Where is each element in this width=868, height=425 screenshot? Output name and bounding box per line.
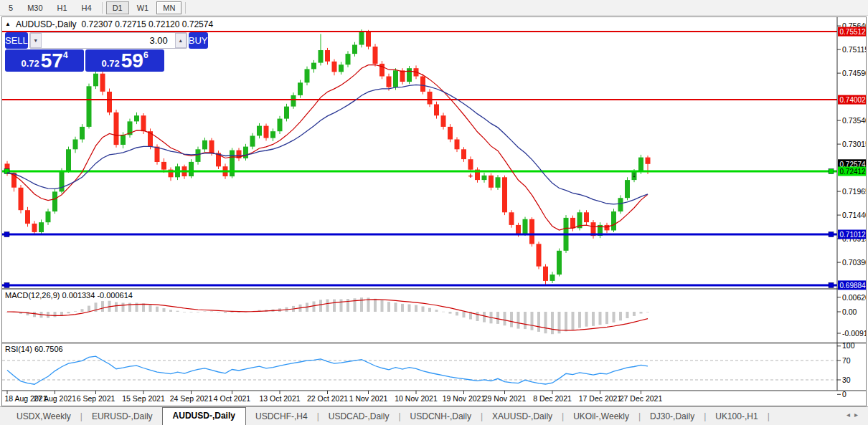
symbol-label: AUDUSD-,Daily: [16, 19, 77, 29]
chart-canvas[interactable]: ↓+0.756400.751150.745900.735400.730150.7…: [2, 17, 866, 406]
svg-text:0.006201: 0.006201: [842, 293, 866, 302]
tab-uk100-h1[interactable]: UK100-,H1: [706, 409, 767, 425]
buy-price-sup: 6: [143, 50, 148, 60]
chart-window: ↓+0.756400.751150.745900.735400.730150.7…: [1, 16, 867, 406]
svg-text:4 Oct 2021: 4 Oct 2021: [214, 394, 251, 403]
tab-scroll-arrows[interactable]: ◂▸: [846, 411, 862, 419]
tab-scroll-left-icon[interactable]: ◂: [846, 411, 854, 419]
tab-audusd-daily[interactable]: AUDUSD-,Daily: [162, 407, 246, 425]
svg-text:27 Aug 2021: 27 Aug 2021: [34, 394, 76, 403]
tab-scroll-right-icon[interactable]: ▸: [854, 411, 862, 419]
toolbar-separator: [185, 2, 186, 14]
svg-text:10 Nov 2021: 10 Nov 2021: [395, 394, 438, 403]
buy-price-prefix: 0.72: [101, 58, 119, 69]
one-click-trade-panel: SELL ▼ ▲ BUY 0.72 57 4 0.72 59 6: [5, 32, 164, 72]
tab-usdcnh-daily[interactable]: USDCNH-,Daily: [401, 409, 481, 425]
svg-text:0: 0: [842, 390, 846, 398]
svg-text:22 Oct 2021: 22 Oct 2021: [307, 394, 348, 403]
tab-usdchf-h4[interactable]: USDCHF-,H4: [246, 409, 317, 425]
buy-price-tile[interactable]: 0.72 59 6: [85, 49, 164, 72]
sell-price-prefix: 0.72: [21, 58, 39, 69]
svg-text:↓: ↓: [632, 170, 636, 178]
svg-text:0.74002: 0.74002: [840, 96, 867, 104]
toolbar-separator: [102, 2, 103, 14]
symbol-tab-bar: USDX,Weekly| EURUSD-,Daily AUDUSD-,Daily…: [0, 406, 868, 425]
svg-text:24 Sep 2021: 24 Sep 2021: [170, 394, 213, 403]
timeframe-button-m5[interactable]: 5: [2, 1, 19, 14]
svg-text:0.70390: 0.70390: [842, 258, 866, 267]
buy-button[interactable]: BUY: [189, 32, 208, 49]
svg-text:27 Dec 2021: 27 Dec 2021: [620, 394, 663, 403]
svg-text:0.74590: 0.74590: [842, 69, 866, 77]
svg-text:0.75115: 0.75115: [842, 45, 866, 54]
sell-price-tile[interactable]: 0.72 57 4: [5, 49, 84, 72]
tab-ukoil-weekly[interactable]: UKOil-,Weekly: [564, 409, 638, 425]
sell-price-sup: 4: [63, 50, 68, 60]
tab-eurusd-daily[interactable]: EURUSD-,Daily: [82, 409, 162, 425]
svg-text:RSI(14) 60.7506: RSI(14) 60.7506: [5, 345, 63, 353]
svg-text:-0.009197: -0.009197: [842, 329, 866, 338]
tab-separator: |: [768, 411, 770, 425]
svg-text:30: 30: [842, 376, 851, 384]
timeframe-button-w1[interactable]: W1: [131, 1, 156, 14]
collapse-icon[interactable]: ▲: [5, 21, 11, 27]
svg-text:6 Sep 2021: 6 Sep 2021: [77, 394, 115, 403]
volume-stepper: ▼ ▲: [29, 32, 187, 49]
svg-text:0.69884: 0.69884: [840, 282, 867, 290]
svg-text:0.71965: 0.71965: [842, 187, 866, 196]
volume-down-icon[interactable]: ▼: [30, 33, 42, 48]
svg-text:8 Dec 2021: 8 Dec 2021: [533, 394, 572, 403]
timeframe-toolbar: 5 M30 H1 H4 D1 W1 MN: [0, 0, 868, 16]
svg-text:0.00: 0.00: [842, 307, 857, 316]
svg-text:MACD(12,26,9) 0.001334 -0.0006: MACD(12,26,9) 0.001334 -0.000614: [5, 291, 133, 300]
timeframe-button-h4[interactable]: H4: [75, 1, 98, 14]
svg-text:15 Sep 2021: 15 Sep 2021: [122, 394, 165, 403]
svg-text:100: 100: [842, 341, 855, 350]
svg-text:0.73540: 0.73540: [842, 116, 866, 125]
svg-text:17 Dec 2021: 17 Dec 2021: [579, 394, 622, 403]
svg-text:70: 70: [842, 356, 851, 365]
volume-input[interactable]: [42, 33, 175, 48]
svg-text:0.75512: 0.75512: [840, 28, 867, 36]
svg-text:0.72412: 0.72412: [840, 168, 867, 176]
tab-dj30-daily[interactable]: DJ30-,Daily: [641, 409, 704, 425]
sell-price-main: 57: [41, 52, 63, 70]
sell-button[interactable]: SELL: [5, 32, 28, 49]
timeframe-button-m30[interactable]: M30: [21, 1, 49, 14]
svg-text:0.71012: 0.71012: [840, 231, 867, 239]
svg-text:29 Nov 2021: 29 Nov 2021: [483, 394, 527, 403]
svg-text:19 Nov 2021: 19 Nov 2021: [443, 394, 486, 403]
tab-usdx-weekly[interactable]: USDX,Weekly: [7, 409, 80, 425]
svg-text:0.73015: 0.73015: [842, 140, 866, 148]
timeframe-button-mn[interactable]: MN: [156, 1, 181, 14]
ohlc-quote: 0.72307 0.72715 0.72120 0.72574: [82, 19, 214, 29]
svg-text:13 Oct 2021: 13 Oct 2021: [259, 394, 300, 403]
svg-text:+: +: [468, 171, 473, 180]
chart-title: ▲ AUDUSD-,Daily 0.72307 0.72715 0.72120 …: [5, 19, 213, 29]
svg-text:0.71440: 0.71440: [842, 211, 866, 219]
tab-xauusd-daily[interactable]: XAUUSD-,Daily: [483, 409, 562, 425]
buy-price-main: 59: [121, 52, 143, 70]
volume-up-icon[interactable]: ▲: [175, 33, 187, 48]
tab-usdcad-daily[interactable]: USDCAD-,Daily: [319, 409, 399, 425]
timeframe-button-h1[interactable]: H1: [51, 1, 74, 14]
svg-text:1 Nov 2021: 1 Nov 2021: [349, 394, 388, 403]
timeframe-button-d1[interactable]: D1: [106, 1, 129, 14]
